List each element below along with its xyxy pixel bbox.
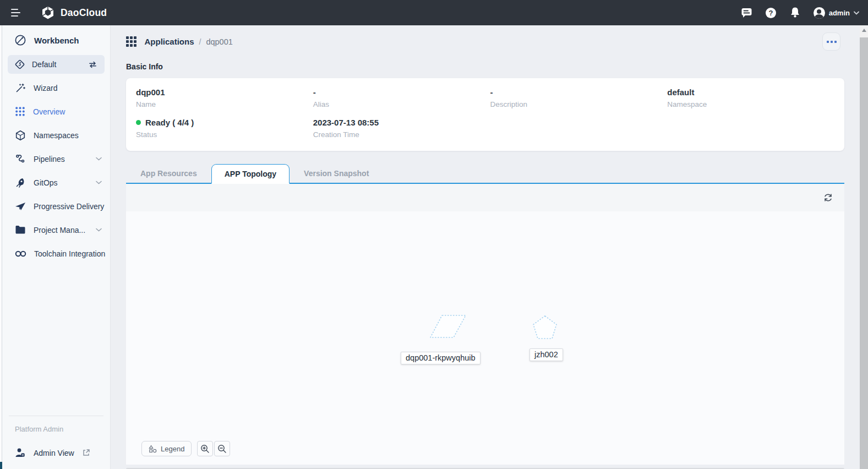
avatar-icon xyxy=(814,7,825,19)
brand-logo[interactable]: DaoCloud xyxy=(41,6,107,20)
sidebar-item-gitops[interactable]: GitOps xyxy=(2,171,110,194)
field-label: Namespace xyxy=(667,100,844,108)
zoom-out-button[interactable] xyxy=(214,441,230,456)
field-label: Description xyxy=(490,100,668,108)
divider xyxy=(9,416,103,416)
sidebar-item-label: Project Mana... xyxy=(34,226,85,234)
vertical-scrollbar[interactable] xyxy=(860,25,868,469)
wizard-icon xyxy=(15,83,26,94)
workspace-icon xyxy=(15,59,25,69)
sidebar-item-admin-view[interactable]: Admin View xyxy=(2,448,110,458)
sidebar-item-toolchain-integration[interactable]: Toolchain Integration xyxy=(2,242,110,265)
message-icon[interactable] xyxy=(741,7,752,18)
main-content: Applications / dqp001 Basic Info dqp001 … xyxy=(111,25,860,469)
legend-label: Legend xyxy=(161,445,184,453)
folder-icon xyxy=(15,225,26,234)
topology-node-pentagon[interactable] xyxy=(532,314,558,343)
infinity-icon xyxy=(15,250,26,258)
detail-tabs: App Resources APP Topology Version Snaps… xyxy=(126,164,844,184)
admin-user-icon xyxy=(15,448,26,458)
menu-icon[interactable] xyxy=(11,9,22,17)
basic-info-title: Basic Info xyxy=(126,62,860,71)
field-value: - xyxy=(490,88,668,97)
breadcrumb-applications[interactable]: Applications xyxy=(145,37,194,46)
field-label: Name xyxy=(136,100,313,108)
workspace-selector-default[interactable]: Default xyxy=(8,55,105,74)
scrollbar-thumb[interactable] xyxy=(860,37,868,469)
refresh-icon[interactable] xyxy=(823,193,833,203)
applications-grid-icon xyxy=(126,36,137,47)
svg-text:?: ? xyxy=(768,9,773,17)
workbench-icon xyxy=(14,34,26,46)
notification-bell-icon[interactable] xyxy=(789,7,801,19)
field-label: Creation Time xyxy=(313,130,490,139)
breadcrumb-current: dqp001 xyxy=(206,37,232,46)
chevron-down-icon xyxy=(96,228,102,232)
external-link-icon xyxy=(82,449,90,457)
tab-app-topology[interactable]: APP Topology xyxy=(211,164,290,184)
sidebar-item-label: Progressive Delivery xyxy=(34,202,104,211)
sidebar-item-label: Overview xyxy=(33,107,65,116)
sidebar-item-label: Toolchain Integration xyxy=(34,249,105,258)
daocloud-logo-icon xyxy=(41,6,55,20)
scroll-up-arrow[interactable] xyxy=(860,25,868,35)
chevron-down-icon xyxy=(96,157,102,161)
status-green-dot xyxy=(136,120,141,125)
legend-button[interactable]: Legend xyxy=(141,441,192,456)
sidebar-item-label: Workbench xyxy=(34,36,79,45)
breadcrumb-separator: / xyxy=(199,37,201,46)
sidebar-item-label: Namespaces xyxy=(34,131,79,140)
user-menu[interactable]: admin xyxy=(814,7,859,19)
field-status: Ready ( 4/4 ) Status xyxy=(136,118,313,139)
node-label-jzh002[interactable]: jzh002 xyxy=(529,348,563,361)
field-value: default xyxy=(667,88,844,97)
switch-workspace-icon[interactable] xyxy=(88,61,97,69)
topology-toolbar xyxy=(126,184,844,211)
zoom-in-button[interactable] xyxy=(197,441,213,456)
field-creation-time: 2023-07-13 08:55 Creation Time xyxy=(313,118,490,139)
field-value: 2023-07-13 08:55 xyxy=(313,118,490,127)
username: admin xyxy=(829,9,850,17)
tab-app-resources[interactable]: App Resources xyxy=(129,164,208,183)
sidebar-item-namespaces[interactable]: Namespaces xyxy=(2,123,110,147)
tab-version-snapshot[interactable]: Version Snapshot xyxy=(293,164,380,183)
field-value: - xyxy=(313,88,490,97)
chevron-down-icon xyxy=(854,11,859,15)
workspace-label: Default xyxy=(32,60,56,69)
admin-view-label: Admin View xyxy=(34,449,74,457)
legend-shapes-icon xyxy=(149,445,157,453)
more-actions-button[interactable] xyxy=(822,32,840,51)
brand-name: DaoCloud xyxy=(61,7,107,19)
sidebar-item-project-management[interactable]: Project Mana... xyxy=(2,218,110,242)
status-value: Ready ( 4/4 ) xyxy=(145,118,194,127)
sidebar-item-overview[interactable]: Overview xyxy=(2,100,110,123)
basic-info-card: dqp001 Name - Alias - Description defaul… xyxy=(126,78,844,151)
chevron-down-icon xyxy=(96,181,102,184)
overview-grid-icon xyxy=(15,106,25,117)
sidebar-nav: Wizard Overview Namespaces Pipelines xyxy=(2,76,110,265)
field-label: Status xyxy=(136,130,313,139)
field-value: dqp001 xyxy=(136,88,313,97)
sidebar-item-workbench[interactable]: Workbench xyxy=(2,25,110,55)
sidebar-item-progressive-delivery[interactable]: Progressive Delivery xyxy=(2,194,110,218)
sidebar: Workbench Default Wizard Overview Na xyxy=(2,25,111,469)
namespaces-icon xyxy=(15,130,26,141)
platform-admin-label: Platform Admin xyxy=(2,425,110,433)
gitops-rocket-icon xyxy=(15,177,26,188)
topology-canvas[interactable]: dqp001-rkpwyqhuib jzh002 Legend xyxy=(126,211,844,465)
paper-plane-icon xyxy=(15,201,26,211)
sidebar-item-label: Wizard xyxy=(34,84,58,92)
help-icon[interactable]: ? xyxy=(765,7,777,19)
sidebar-footer: Platform Admin Admin View xyxy=(2,416,110,469)
sidebar-item-pipelines[interactable]: Pipelines xyxy=(2,147,110,171)
field-alias: - Alias xyxy=(313,88,490,108)
node-label-dqp001[interactable]: dqp001-rkpwyqhuib xyxy=(401,352,481,364)
sidebar-item-label: Pipelines xyxy=(34,155,65,163)
sidebar-item-label: GitOps xyxy=(34,178,58,187)
sidebar-item-wizard[interactable]: Wizard xyxy=(2,76,110,100)
field-label: Alias xyxy=(313,100,490,108)
topology-node-parallelogram[interactable] xyxy=(429,313,467,342)
pipelines-icon xyxy=(15,154,26,165)
top-header: DaoCloud ? admin xyxy=(0,0,868,25)
field-name: dqp001 Name xyxy=(136,88,313,108)
